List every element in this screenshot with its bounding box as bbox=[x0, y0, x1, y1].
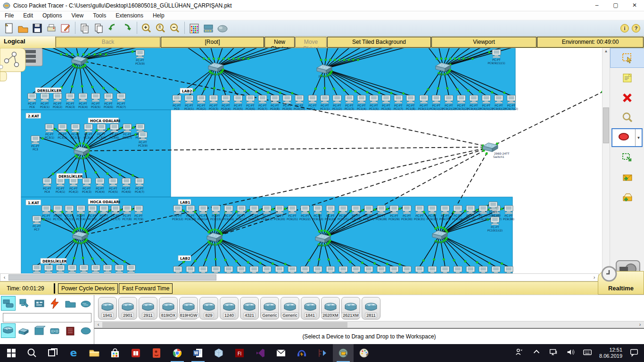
taskbar-flash[interactable]: Fl bbox=[229, 344, 250, 362]
region-label[interactable]: DERSLİKLER bbox=[41, 258, 67, 263]
menu-options[interactable]: Options bbox=[38, 12, 66, 19]
power-cycle-devices-button[interactable]: Power Cycle Devices bbox=[58, 283, 118, 294]
pc-device[interactable]: PC-PT PC0(8) bbox=[270, 95, 280, 110]
zoom-reset-button[interactable]: R bbox=[154, 22, 168, 35]
device-generic[interactable]: Generic bbox=[281, 297, 299, 320]
taskbar-paint[interactable] bbox=[354, 344, 374, 362]
back-button[interactable]: Back bbox=[56, 37, 160, 48]
pc-device[interactable]: PC-PT PC6(2) bbox=[53, 93, 62, 108]
pc-device[interactable]: PC-PT PC4(5) bbox=[108, 178, 118, 193]
category-connections[interactable] bbox=[48, 296, 62, 311]
taskbar-file-explorer[interactable] bbox=[84, 344, 105, 362]
pc-device[interactable]: PC-PT PC7(4) bbox=[76, 206, 85, 221]
pc-device[interactable]: PC-PT PC6(4) bbox=[78, 93, 88, 108]
horizontal-scrollbar[interactable]: ‹ › bbox=[0, 273, 599, 281]
category-multiuser-cloud[interactable] bbox=[79, 296, 93, 311]
logical-canvas[interactable]: PC-PT PC6 PC-PT PC6(1) PC-PT PC6(2) PC-P… bbox=[0, 48, 602, 273]
pc-device[interactable]: PC-PT PC7(9) bbox=[134, 206, 143, 221]
palette-dialog-button[interactable] bbox=[187, 22, 201, 35]
pc-device[interactable]: PC-PT PC4(2) bbox=[69, 178, 78, 193]
menu-edit[interactable]: Edit bbox=[18, 12, 38, 19]
pc-device[interactable]: PC-PT PC6(5) bbox=[91, 93, 100, 108]
pc-device[interactable]: PC-PT PC7(6) bbox=[99, 206, 108, 221]
device-4321[interactable]: 4321 bbox=[240, 297, 259, 320]
help-button[interactable]: ? bbox=[632, 24, 640, 33]
minimize-button[interactable]: – bbox=[587, 0, 606, 11]
zoom-in-button[interactable] bbox=[140, 22, 154, 35]
activity-wizard-button[interactable] bbox=[58, 22, 73, 35]
taskbar-visual-studio[interactable] bbox=[250, 344, 271, 362]
tray-chevron-up-icon[interactable] bbox=[531, 347, 542, 359]
select-tool[interactable] bbox=[610, 48, 644, 68]
pc-device[interactable]: PC-PT PC6(7) bbox=[116, 93, 126, 108]
pc-device[interactable]: PC-PT PC0(6) bbox=[246, 95, 255, 110]
root-button[interactable]: [Root] bbox=[161, 37, 264, 48]
region-label[interactable]: LAB1 bbox=[178, 199, 191, 205]
pc-device[interactable]: PC-PT PC8(8) bbox=[126, 265, 136, 273]
multiuser-button[interactable] bbox=[215, 22, 230, 35]
pc-device[interactable]: PC-PT PC0(4) bbox=[221, 95, 231, 110]
scroll-left-arrow[interactable]: ‹ bbox=[0, 274, 8, 281]
category-end-devices[interactable] bbox=[17, 296, 31, 311]
pc-device[interactable]: PC-PT PC7(3) bbox=[65, 206, 74, 221]
pc-device[interactable]: PC-PT PC8(5) bbox=[91, 265, 100, 273]
pc-device[interactable]: PC-PT PC4(7) bbox=[135, 178, 144, 193]
shape-dropdown-arrow[interactable]: ▼ bbox=[635, 129, 642, 146]
tray-clock[interactable]: 12:518.06.2019 bbox=[599, 347, 622, 359]
pc-device[interactable]: PC-PT PC7(5) bbox=[88, 206, 97, 221]
paste-button[interactable] bbox=[92, 22, 106, 35]
pc-device[interactable]: PC-PT PC0(3) bbox=[209, 95, 218, 110]
scroll-right-arrow[interactable]: › bbox=[590, 274, 598, 281]
menu-tools[interactable]: Tools bbox=[88, 12, 111, 19]
pc-device[interactable]: PC-PT PC3(5) bbox=[97, 124, 106, 139]
new-cluster-button[interactable]: New Cluster bbox=[264, 37, 295, 48]
taskbar-start[interactable] bbox=[1, 344, 22, 362]
pc-device[interactable]: PC-PT PC7(8) bbox=[122, 206, 132, 221]
taskbar-mail[interactable] bbox=[271, 344, 291, 362]
device-2621xm[interactable]: 2621XM bbox=[341, 297, 360, 320]
open-button[interactable] bbox=[16, 22, 30, 35]
pc-device[interactable]: PC-PT PC8(7) bbox=[115, 265, 124, 273]
tray-notification-icon[interactable] bbox=[629, 347, 639, 359]
maximize-button[interactable]: ▢ bbox=[606, 0, 625, 11]
device-829[interactable]: 829 bbox=[199, 297, 218, 320]
category-miscellaneous[interactable] bbox=[63, 296, 78, 311]
pc-device[interactable]: PC-PT PC4(3) bbox=[82, 178, 91, 193]
inspect-tool[interactable] bbox=[610, 107, 644, 127]
taskbar-equalizer[interactable] bbox=[312, 344, 333, 362]
pc-device[interactable]: PC-PT PC1(8) bbox=[406, 95, 415, 110]
delete-tool[interactable] bbox=[610, 88, 644, 107]
category-wan-emulation[interactable] bbox=[79, 323, 93, 338]
category-network-devices[interactable] bbox=[1, 296, 16, 311]
category-switches[interactable] bbox=[17, 323, 31, 338]
tray-volume-icon[interactable] bbox=[565, 347, 576, 359]
pc-device[interactable]: PC-PT PC0(2) bbox=[197, 95, 206, 110]
pc-device[interactable]: PC-PT PC3(7) bbox=[123, 124, 132, 139]
device-scroll-thumb[interactable] bbox=[102, 322, 347, 328]
device-scroll-right[interactable]: › bbox=[636, 321, 644, 328]
menu-file[interactable]: File bbox=[0, 12, 18, 19]
device-2901[interactable]: 2901 bbox=[118, 297, 137, 320]
redo-button[interactable] bbox=[120, 22, 134, 35]
viewport-button[interactable]: Viewport bbox=[431, 37, 537, 48]
tray-people-icon[interactable] bbox=[514, 347, 525, 359]
taskbar-store[interactable] bbox=[105, 344, 125, 362]
pc-device[interactable]: PC-PT PC1(7) bbox=[394, 95, 403, 110]
pc-device[interactable]: PC-PT PC0(9) bbox=[282, 95, 292, 110]
undo-button[interactable] bbox=[106, 22, 120, 35]
device-scroll-left[interactable]: ‹ bbox=[94, 321, 102, 328]
pc-device[interactable]: PC-PT PC7(7) bbox=[111, 206, 120, 221]
device-1240[interactable]: 1240 bbox=[220, 297, 239, 320]
vertical-scroll-thumb[interactable] bbox=[603, 107, 609, 143]
custom-devices-dialog-button[interactable] bbox=[201, 22, 215, 35]
taskbar-search[interactable] bbox=[22, 344, 42, 362]
save-button[interactable] bbox=[30, 22, 44, 35]
pc-device[interactable]: PC-PT PC3(3) bbox=[71, 124, 80, 139]
category-security[interactable] bbox=[63, 323, 78, 338]
pc-device[interactable]: PC-PT PC4(1) bbox=[56, 178, 65, 193]
pc-device[interactable]: PC-PT PC8(3) bbox=[67, 265, 77, 273]
taskbar-reader-red[interactable] bbox=[146, 344, 167, 362]
vertical-scrollbar[interactable]: ▲ ▼ bbox=[602, 48, 610, 273]
scroll-up-arrow[interactable]: ▲ bbox=[603, 49, 610, 53]
pc-device[interactable]: PC-PT PC1(5) bbox=[369, 95, 379, 110]
